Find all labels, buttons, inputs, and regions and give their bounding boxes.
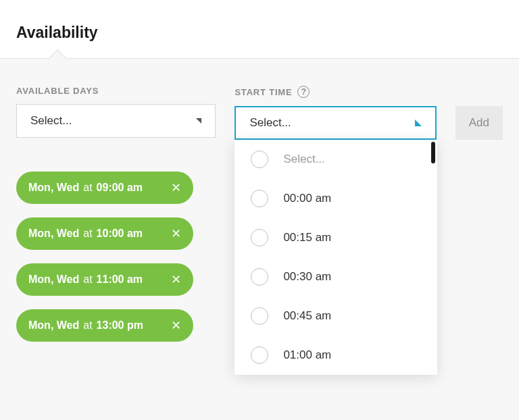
start-time-label: START TIME ? [234,86,436,98]
pill-time: 11:00 am [97,273,143,286]
start-time-select[interactable]: Select... [234,106,436,140]
close-icon[interactable]: ✕ [171,272,181,287]
radio-icon [251,190,268,207]
start-time-column: START TIME ? Select... Select... 00:00 a… [234,86,436,140]
radio-icon [251,346,268,364]
caret-down-icon [415,120,422,126]
dropdown-option-label: 01:00 am [283,348,331,362]
pill-at: at [83,182,92,194]
dropdown-option-label: Select... [283,153,324,166]
dropdown-option-label: 00:45 am [283,309,331,323]
radio-icon [251,268,268,286]
availability-pill: Mon, Wed at 11:00 am ✕ [16,263,193,296]
add-button-column: Add [455,86,503,140]
radio-icon [251,229,268,246]
dropdown-option[interactable]: 01:00 am [234,336,437,375]
available-days-select[interactable]: Select... [16,104,216,138]
dropdown-option[interactable]: 00:45 am [234,296,437,336]
radio-icon [251,307,268,325]
start-time-select-value: Select... [249,116,291,130]
close-icon[interactable]: ✕ [171,318,181,333]
caret-down-icon [196,118,201,124]
dropdown-option-label: 00:00 am [283,192,331,205]
dropdown-option-label: 00:15 am [283,231,331,244]
pill-at: at [83,228,92,240]
pill-at: at [83,273,92,286]
availability-pill: Mon, Wed at 10:00 am ✕ [16,217,193,250]
content-area: AVAILABLE DAYS Select... Mon, Wed at 09:… [0,59,519,420]
availability-pills-list: Mon, Wed at 09:00 am ✕ Mon, Wed at 10:00… [16,172,216,342]
scrollbar-thumb[interactable] [431,142,435,163]
pill-days: Mon, Wed [28,319,79,332]
pill-days: Mon, Wed [28,182,79,194]
start-time-dropdown: Select... 00:00 am 00:15 am 00:30 am 00:… [234,140,437,375]
close-icon[interactable]: ✕ [171,226,181,241]
start-time-label-text: START TIME [234,87,292,97]
available-days-column: AVAILABLE DAYS Select... Mon, Wed at 09:… [16,86,216,342]
radio-icon [251,151,268,168]
dropdown-option-label: 00:30 am [283,270,331,284]
close-icon[interactable]: ✕ [171,180,181,195]
add-button[interactable]: Add [455,106,503,140]
pill-days: Mon, Wed [28,228,79,240]
pill-days: Mon, Wed [28,273,79,286]
available-days-select-value: Select... [30,114,72,128]
pill-time: 09:00 am [97,182,143,194]
dropdown-option[interactable]: 00:15 am [234,218,437,257]
dropdown-option-placeholder[interactable]: Select... [234,140,437,179]
availability-pill: Mon, Wed at 09:00 am ✕ [16,172,193,204]
availability-pill: Mon, Wed at 13:00 pm ✕ [16,309,193,342]
pill-at: at [83,319,92,332]
section-header: Availability [0,0,519,59]
pill-time: 10:00 am [97,228,143,240]
page-title: Availability [16,24,503,42]
pill-time: 13:00 pm [97,319,143,332]
help-icon[interactable]: ? [297,86,310,98]
dropdown-option[interactable]: 00:00 am [234,179,437,218]
dropdown-option[interactable]: 00:30 am [234,257,437,296]
available-days-label: AVAILABLE DAYS [16,86,216,96]
